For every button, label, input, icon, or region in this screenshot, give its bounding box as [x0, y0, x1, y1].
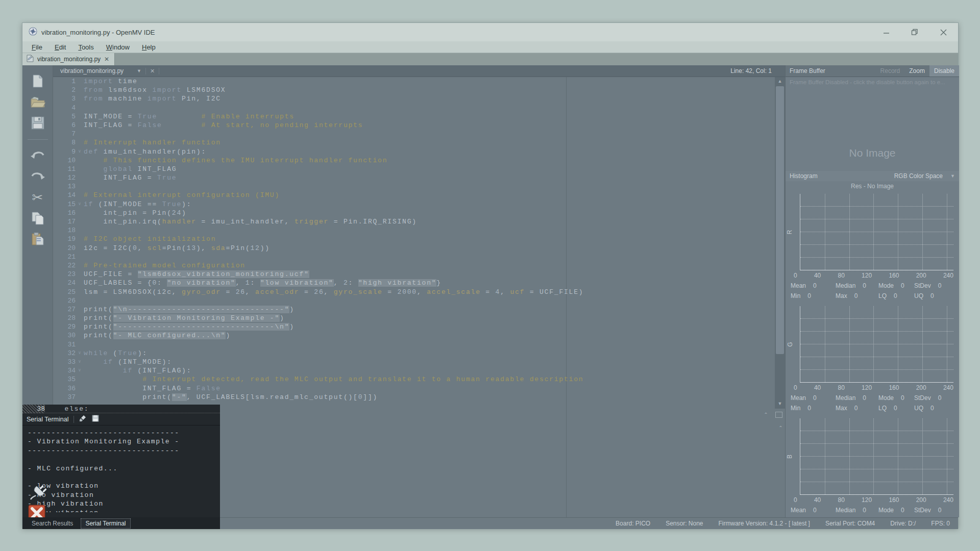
- editor-close-icon[interactable]: ✕: [145, 68, 159, 74]
- fold-marker[interactable]: ∨: [76, 358, 84, 366]
- zoom-button[interactable]: Zoom: [904, 65, 929, 77]
- menu-item-help[interactable]: Help: [137, 42, 161, 52]
- line-number: 13: [53, 182, 76, 191]
- minimize-button[interactable]: [880, 27, 892, 38]
- code-line: 16 int_pin = Pin(24): [53, 209, 785, 217]
- no-image-placeholder: No Image: [786, 147, 959, 159]
- stat-value: StDev0: [914, 507, 952, 514]
- menu-item-file[interactable]: File: [27, 42, 47, 52]
- menu-bar: FileEditToolsWindowHelp: [22, 41, 958, 53]
- editor-scrollbar[interactable]: ▲ ▼: [775, 77, 785, 409]
- chevron-down-icon: ▼: [137, 68, 141, 73]
- tab-close-icon[interactable]: ✕: [104, 56, 109, 63]
- pane-collapse-icon[interactable]: ⌃: [761, 411, 771, 419]
- scroll-up-icon[interactable]: ▲: [775, 77, 785, 85]
- serial-terminal-panel: 38 else: Serial Terminal ---------------…: [22, 405, 220, 529]
- line-number: 14: [53, 191, 76, 199]
- line-number: 3: [53, 94, 76, 103]
- undo-icon[interactable]: [29, 147, 46, 164]
- line-number: 20: [53, 244, 76, 253]
- menu-item-tools[interactable]: Tools: [73, 42, 99, 52]
- fold-marker[interactable]: ∨: [76, 349, 84, 358]
- histogram-charts: R04080120160200240Mean0Median0Mode0StDev…: [786, 194, 959, 531]
- cut-icon[interactable]: ✂: [29, 189, 46, 206]
- fold-marker: [76, 288, 84, 296]
- status-item: Drive: D:/: [890, 520, 916, 527]
- fold-marker: [76, 86, 84, 94]
- record-button[interactable]: Record: [876, 65, 905, 77]
- fold-marker: [76, 165, 84, 173]
- fold-marker[interactable]: ∨: [76, 366, 84, 375]
- line-number: 24: [53, 279, 76, 287]
- close-button[interactable]: [938, 27, 949, 38]
- stat-value: LQ0: [878, 405, 914, 412]
- fold-marker: [76, 261, 84, 270]
- open-folder-icon[interactable]: [29, 93, 46, 111]
- save-log-icon[interactable]: [92, 415, 99, 423]
- fold-marker: [76, 253, 84, 261]
- color-space-dropdown[interactable]: RGB Color Space: [894, 172, 943, 180]
- new-file-icon[interactable]: [29, 72, 46, 90]
- scrollbar-thumb[interactable]: [776, 86, 784, 354]
- clear-terminal-icon[interactable]: [79, 415, 87, 423]
- code-line: 8# Interrupt handler function: [53, 138, 785, 147]
- paste-icon[interactable]: [29, 231, 46, 248]
- stat-value: Mean0: [791, 282, 836, 289]
- line-number: 5: [53, 112, 76, 121]
- chevron-down-icon: ▼: [950, 173, 955, 179]
- menu-item-edit[interactable]: Edit: [50, 42, 71, 52]
- menu-item-window[interactable]: Window: [101, 42, 135, 52]
- disable-button[interactable]: Disable: [929, 65, 959, 77]
- tab-vibration-monitoring[interactable]: vibration_monitoring.py ✕: [22, 53, 115, 65]
- line-number: 33: [53, 358, 76, 366]
- save-icon[interactable]: [29, 114, 46, 132]
- axis-tick: 120: [862, 384, 872, 391]
- histogram-title: Histogram: [790, 172, 818, 180]
- stat-value: Mean0: [791, 394, 836, 402]
- fold-marker: [76, 138, 84, 147]
- fold-marker: [76, 235, 84, 243]
- open-file-dropdown[interactable]: vibration_monitoring.py ▼: [53, 67, 145, 74]
- pane-up-icon[interactable]: ⌃: [776, 424, 786, 432]
- output-tab-serial-terminal[interactable]: Serial Terminal: [81, 519, 130, 528]
- code-line: 20i2c = I2C(0, scl=Pin(13), sda=Pin(12)): [53, 244, 785, 253]
- chart-plot: [800, 194, 953, 270]
- status-item: Sensor: None: [666, 520, 703, 527]
- code-line: 3from machine import Pin, I2C: [53, 94, 785, 103]
- line-number: 15: [53, 200, 76, 209]
- code-line: 19# I2C object initialization: [53, 235, 785, 243]
- fold-marker: [76, 94, 84, 103]
- stat-value: Mode0: [878, 282, 914, 289]
- window-title: vibration_monitoring.py - OpenMV IDE: [41, 29, 155, 36]
- chart-plot: [800, 418, 953, 495]
- stat-value: Mode0: [878, 507, 914, 514]
- status-item: Firmware Version: 4.1.2 - [ latest ]: [719, 520, 810, 527]
- fold-marker: [76, 270, 84, 279]
- line-number: 16: [53, 209, 76, 217]
- axis-tick: 120: [862, 496, 872, 504]
- scroll-down-icon[interactable]: ▼: [775, 399, 785, 408]
- code-line: 32∨while (True):: [53, 349, 785, 358]
- output-tab-search-results[interactable]: Search Results: [28, 519, 77, 528]
- restore-button[interactable]: [909, 27, 920, 38]
- column-ruler: [566, 77, 567, 517]
- editor-overlay-line: 38 else:: [22, 405, 220, 413]
- pane-maximize-icon[interactable]: [775, 412, 782, 418]
- stat-value: Min0: [791, 292, 836, 299]
- axis-tick: 200: [916, 272, 926, 279]
- fold-marker[interactable]: ∨: [76, 200, 84, 209]
- status-item: FPS: 0: [931, 520, 950, 527]
- redo-icon[interactable]: [29, 168, 46, 185]
- code-line: 31: [53, 340, 785, 349]
- copy-icon[interactable]: [29, 210, 46, 227]
- stat-value: Mode0: [878, 394, 914, 402]
- line-number: 34: [53, 366, 76, 375]
- line-number: 4: [53, 104, 76, 112]
- file-icon: [27, 55, 34, 64]
- fold-marker: [76, 384, 84, 393]
- stat-value: LQ0: [878, 292, 914, 299]
- fold-marker: [76, 314, 84, 322]
- fold-marker: [76, 305, 84, 314]
- fold-marker[interactable]: ∨: [76, 147, 84, 156]
- connect-plug-icon[interactable]: [30, 484, 46, 505]
